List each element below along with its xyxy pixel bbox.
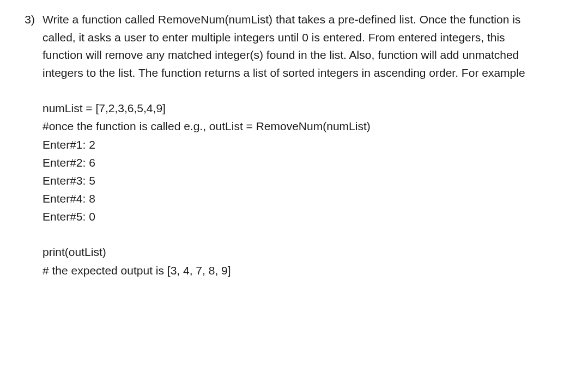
question-body: Write a function called RemoveNum(numLis… xyxy=(43,11,588,279)
code-line: Enter#4: 8 xyxy=(43,190,539,207)
question-description: Write a function called RemoveNum(numLis… xyxy=(43,11,539,82)
output-code-block: print(outList) # the expected output is … xyxy=(43,243,539,279)
code-line: print(outList) xyxy=(43,243,539,261)
question-number: 3) xyxy=(15,11,43,279)
code-line: # the expected output is [3, 4, 7, 8, 9] xyxy=(43,261,539,279)
code-line: #once the function is called e.g., outLi… xyxy=(43,117,539,135)
code-line: Enter#2: 6 xyxy=(43,154,539,172)
example-code-block: numList = [7,2,3,6,5,4,9] #once the func… xyxy=(43,99,539,225)
code-line: Enter#1: 2 xyxy=(43,136,539,154)
code-line: Enter#3: 5 xyxy=(43,172,539,190)
question-container: 3) Write a function called RemoveNum(num… xyxy=(0,11,588,279)
spacer xyxy=(43,225,539,243)
code-line: numList = [7,2,3,6,5,4,9] xyxy=(43,99,539,117)
code-line: Enter#5: 0 xyxy=(43,207,539,225)
